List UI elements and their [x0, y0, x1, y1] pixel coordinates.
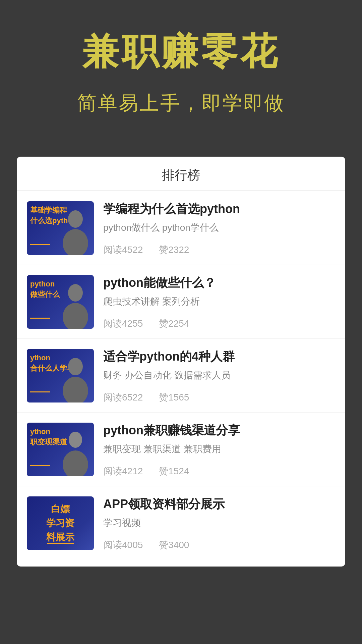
- item-stats-4: 阅读4212 赞1524: [103, 465, 335, 478]
- list-item[interactable]: python 做些什么 python能做些什么？ 爬虫技术讲解 案列分析 阅读4…: [17, 265, 345, 339]
- list-item[interactable]: ython 职变现渠道 python兼职赚钱渠道分享 兼职变现 兼职渠道 兼职费…: [17, 413, 345, 486]
- reads-5: 阅读4005: [103, 539, 143, 551]
- likes-1: 赞2322: [159, 244, 189, 256]
- thumbnail-3: ython 合什么人学习: [27, 349, 94, 402]
- item-content-5: APP领取资料部分展示 学习视频 阅读4005 赞3400: [94, 496, 335, 551]
- item-title-5: APP领取资料部分展示: [103, 496, 335, 512]
- list-item[interactable]: ython 合什么人学习 适合学python的4种人群 财务 办公自动化 数据需…: [17, 339, 345, 413]
- svg-point-5: [63, 377, 88, 402]
- svg-point-3: [63, 303, 88, 329]
- thumbnail-2: python 做些什么: [27, 275, 94, 329]
- item-tags-4: 兼职变现 兼职渠道 兼职费用: [103, 442, 335, 455]
- list-item[interactable]: 白嫖 学习资料展示 APP领取资料部分展示 学习视频 阅读4005 赞3400: [17, 486, 345, 560]
- item-title-1: 学编程为什么首选python: [103, 201, 335, 217]
- thumb-text-2: python 做些什么: [30, 279, 60, 300]
- thumb-center-text-5: 白嫖 学习资料展示: [44, 502, 77, 544]
- item-tags-5: 学习视频: [103, 516, 335, 529]
- leaderboard-container: 排行榜 基础学编程 什么选python 学编程为什么首选python pytho…: [17, 157, 345, 567]
- svg-point-7: [63, 450, 88, 476]
- item-stats-2: 阅读4255 赞2254: [103, 317, 335, 330]
- likes-3: 赞1565: [159, 391, 189, 404]
- svg-point-0: [68, 210, 83, 228]
- item-stats-3: 阅读6522 赞1565: [103, 391, 335, 404]
- thumbnail-4: ython 职变现渠道: [27, 423, 94, 476]
- item-stats-5: 阅读4005 赞3400: [103, 539, 335, 551]
- svg-point-1: [63, 229, 88, 255]
- item-content-1: 学编程为什么首选python python做什么 python学什么 阅读452…: [94, 201, 335, 256]
- reads-2: 阅读4255: [103, 317, 143, 330]
- svg-point-4: [68, 358, 83, 375]
- likes-4: 赞1524: [159, 465, 189, 478]
- likes-5: 赞3400: [159, 539, 189, 551]
- item-tags-1: python做什么 python学什么: [103, 221, 335, 234]
- item-content-2: python能做些什么？ 爬虫技术讲解 案列分析 阅读4255 赞2254: [94, 275, 335, 330]
- reads-3: 阅读6522: [103, 391, 143, 404]
- thumbnail-5: 白嫖 学习资料展示: [27, 496, 94, 550]
- leaderboard-header: 排行榜: [17, 157, 345, 191]
- svg-point-6: [69, 432, 82, 448]
- item-stats-1: 阅读4522 赞2322: [103, 244, 335, 256]
- reads-4: 阅读4212: [103, 465, 143, 478]
- item-title-3: 适合学python的4种人群: [103, 349, 335, 365]
- item-title-4: python兼职赚钱渠道分享: [103, 423, 335, 438]
- item-title-2: python能做些什么？: [103, 275, 335, 291]
- hero-section: 兼职赚零花 简单易上手，即学即做: [0, 0, 362, 157]
- item-content-3: 适合学python的4种人群 财务 办公自动化 数据需求人员 阅读6522 赞1…: [94, 349, 335, 404]
- hero-subtitle: 简单易上手，即学即做: [20, 90, 342, 116]
- hero-title: 兼职赚零花: [20, 27, 342, 77]
- likes-2: 赞2254: [159, 317, 189, 330]
- item-content-4: python兼职赚钱渠道分享 兼职变现 兼职渠道 兼职费用 阅读4212 赞15…: [94, 423, 335, 478]
- thumbnail-1: 基础学编程 什么选python: [27, 201, 94, 255]
- item-tags-2: 爬虫技术讲解 案列分析: [103, 295, 335, 308]
- item-tags-3: 财务 办公自动化 数据需求人员: [103, 369, 335, 382]
- list-item[interactable]: 基础学编程 什么选python 学编程为什么首选python python做什么…: [17, 191, 345, 265]
- svg-point-2: [68, 284, 83, 302]
- reads-1: 阅读4522: [103, 244, 143, 256]
